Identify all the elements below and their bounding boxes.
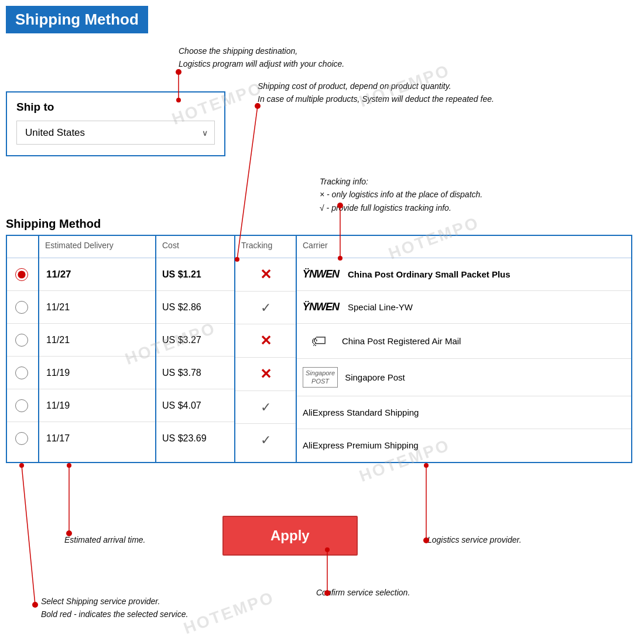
- tracking-cell-6: ✓: [235, 424, 296, 457]
- delivery-cell-2: 11/21: [39, 291, 155, 324]
- cost-cell-2: US $2.86: [156, 291, 234, 324]
- radio-cell-4[interactable]: [7, 357, 38, 389]
- radio-option-2[interactable]: [15, 301, 28, 314]
- country-select[interactable]: United States United Kingdom Canada Aust…: [16, 121, 215, 145]
- carrier-cell-1: ŸNWEN China Post Ordinary Small Packet P…: [297, 258, 631, 291]
- svg-point-11: [67, 463, 71, 468]
- col-radio: [7, 236, 39, 462]
- check-icon-5: ✓: [261, 400, 271, 415]
- cost-cell-3: US $3.27: [156, 324, 234, 357]
- callout-logistics-provider: Logistics service provider.: [427, 533, 522, 546]
- tracking-cell-5: ✓: [235, 391, 296, 424]
- col-radio-header: [7, 236, 38, 258]
- radio-cell-1[interactable]: [7, 258, 38, 291]
- col-carrier-header: Carrier: [297, 236, 631, 258]
- tracking-cell-3: ✕: [235, 324, 296, 358]
- page-title: Shipping Method: [15, 11, 139, 29]
- carrier-name-2: Special Line-YW: [348, 302, 413, 312]
- apply-button-wrapper[interactable]: Apply: [222, 516, 358, 556]
- carrier-name-5: AliExpress Standard Shipping: [303, 407, 419, 417]
- x-icon-3: ✕: [260, 333, 272, 349]
- x-icon-4: ✕: [260, 366, 272, 382]
- check-icon-2: ✓: [261, 300, 271, 316]
- callout-tracking: Tracking info: × - only logistics info a…: [320, 175, 482, 214]
- svg-point-14: [19, 463, 24, 468]
- svg-point-17: [424, 463, 429, 468]
- carrier-cell-4: SingaporePOST Singapore Post: [297, 359, 631, 396]
- shipping-method-title: Shipping Method: [6, 217, 101, 231]
- radio-option-3[interactable]: [15, 334, 28, 347]
- radio-option-5[interactable]: [15, 399, 28, 412]
- country-select-wrapper[interactable]: United States United Kingdom Canada Aust…: [16, 121, 215, 145]
- col-delivery-header: Estimated Delivery: [39, 236, 155, 258]
- singapore-logo: SingaporePOST: [303, 367, 338, 388]
- svg-line-13: [22, 465, 35, 605]
- ship-to-box: Ship to United States United Kingdom Can…: [6, 91, 225, 156]
- yanwen-logo-2: ŸNWEN: [303, 301, 341, 313]
- watermark-6: HOTEMPO: [181, 588, 277, 638]
- delivery-cell-3: 11/21: [39, 324, 155, 357]
- callout-select-shipping: Select Shipping service provider. Bold r…: [41, 595, 188, 621]
- apply-button[interactable]: Apply: [222, 516, 358, 556]
- radio-cell-2[interactable]: [7, 291, 38, 324]
- tracking-cell-2: ✓: [235, 292, 296, 324]
- radio-option-4[interactable]: [15, 366, 28, 379]
- ship-to-label: Ship to: [16, 101, 215, 114]
- delivery-cell-1: 11/27: [39, 258, 155, 291]
- cost-cell-4: US $3.78: [156, 357, 234, 389]
- col-tracking: Tracking ✕ ✓ ✕ ✕ ✓ ✓: [235, 236, 297, 462]
- svg-point-12: [32, 602, 38, 608]
- col-cost: Cost US $1.21 US $2.86 US $3.27 US $3.78…: [156, 236, 235, 462]
- tracking-cell-4: ✕: [235, 358, 296, 391]
- cost-cell-5: US $4.07: [156, 389, 234, 422]
- carrier-name-4: Singapore Post: [345, 372, 405, 382]
- delivery-cell-4: 11/19: [39, 357, 155, 389]
- col-tracking-header: Tracking: [235, 236, 296, 258]
- radio-option-1[interactable]: [15, 268, 28, 281]
- callout-destination: Choose the shipping destination, Logisti…: [179, 44, 344, 71]
- carrier-name-3: China Post Registered Air Mail: [342, 336, 461, 346]
- page-header: Shipping Method: [6, 6, 148, 33]
- cost-cell-6: US $23.69: [156, 422, 234, 455]
- carrier-cell-3: 🏷 China Post Registered Air Mail: [297, 324, 631, 359]
- tracking-cell-1: ✕: [235, 258, 296, 292]
- delivery-cell-6: 11/17: [39, 422, 155, 455]
- col-cost-header: Cost: [156, 236, 234, 258]
- callout-cost: Shipping cost of product, depend on prod…: [258, 80, 494, 106]
- radio-cell-3[interactable]: [7, 324, 38, 357]
- check-icon-6: ✓: [261, 433, 271, 448]
- carrier-cell-2: ŸNWEN Special Line-YW: [297, 291, 631, 324]
- cost-cell-1: US $1.21: [156, 258, 234, 291]
- callout-estimated-arrival: Estimated arrival time.: [64, 533, 145, 546]
- callout-confirm-service: Confirm service selection.: [316, 586, 410, 599]
- radio-cell-5[interactable]: [7, 389, 38, 422]
- radio-option-6[interactable]: [15, 432, 28, 445]
- x-icon-1: ✕: [260, 266, 272, 283]
- carrier-cell-5: AliExpress Standard Shipping: [297, 396, 631, 429]
- shipping-table: Estimated Delivery 11/27 11/21 11/21 11/…: [6, 235, 632, 463]
- yanwen-logo-1: ŸNWEN: [303, 268, 341, 280]
- col-carrier: Carrier ŸNWEN China Post Ordinary Small …: [297, 236, 631, 462]
- chinapost-icon: 🏷: [303, 332, 335, 350]
- carrier-cell-6: AliExpress Premium Shipping: [297, 429, 631, 462]
- carrier-name-6: AliExpress Premium Shipping: [303, 440, 419, 450]
- col-delivery: Estimated Delivery 11/27 11/21 11/21 11/…: [39, 236, 156, 462]
- carrier-name-1: China Post Ordinary Small Packet Plus: [348, 269, 511, 279]
- delivery-cell-5: 11/19: [39, 389, 155, 422]
- radio-cell-6[interactable]: [7, 422, 38, 455]
